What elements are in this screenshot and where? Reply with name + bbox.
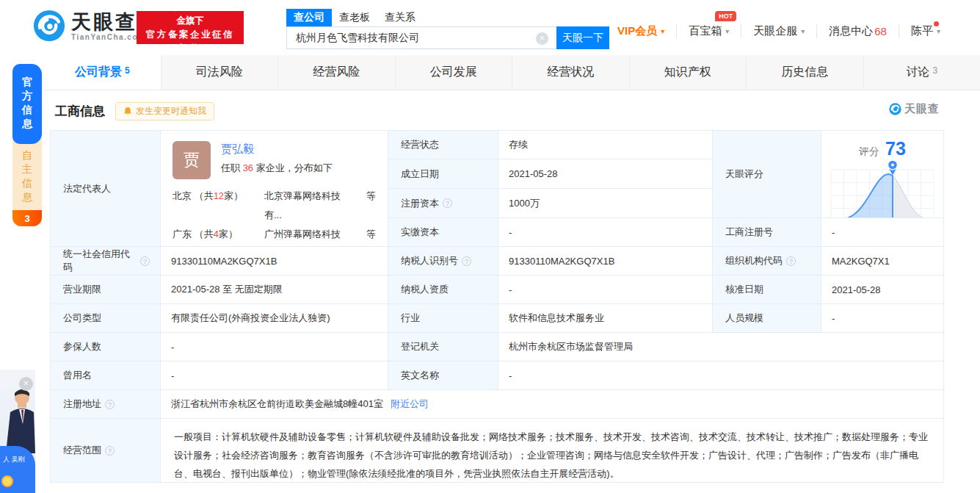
tab-operating-status[interactable]: 经营状况 (512, 55, 630, 90)
field-label-reg-authority: 登记机关 (388, 333, 498, 361)
avatar[interactable]: 贾 (173, 141, 211, 179)
field-label-insured-count: 参保人数 (51, 333, 161, 361)
nav-message-center[interactable]: 消息中心 68 (816, 24, 899, 38)
notify-on-change-button[interactable]: 发生变更时通知我 (115, 102, 214, 120)
field-label-company-type: 公司类型 (51, 304, 161, 333)
field-label-est-date: 成立日期 (388, 159, 498, 189)
page: 天眼查 TianYanCha.com 国家中小企业发展子基金旗下 官方备案企业征… (0, 0, 980, 493)
tianyancha-watermark-icon (889, 103, 901, 115)
logo-title: 天眼查 (71, 11, 145, 33)
field-value-business-scope: 一般项目：计算机软硬件及辅助设备零售；计算机软硬件及辅助设备批发；网络技术服务；… (161, 419, 944, 483)
field-label-staff-size: 人员规模 (713, 304, 821, 333)
tianyancha-logo-icon (33, 10, 65, 42)
tab-history-info[interactable]: 历史信息 (747, 55, 864, 90)
gov-certification-badge: 国家中小企业发展子基金旗下 官方备案企业征信机构 (137, 11, 244, 44)
help-icon[interactable]: ? (140, 256, 150, 266)
section-title: 工商信息 (55, 103, 105, 120)
nearby-companies-link[interactable]: 附近公司 (391, 397, 429, 411)
field-value-english-name: - (498, 361, 944, 390)
legal-rep-name-link[interactable]: 贾弘毅 (221, 143, 333, 156)
field-label-former-name: 曾用名 (51, 361, 161, 390)
tab-operating-risk[interactable]: 经营风险 (278, 55, 396, 90)
spokesperson-photo (0, 386, 35, 453)
field-value-company-type: 有限责任公司(外商投资企业法人独资) (161, 304, 388, 333)
company-tabbar: 公司背景 5 司法风险 经营风险 公司发展 经营状况 知识产权 历史信息 讨论 … (44, 55, 980, 90)
field-value-reg-authority: 杭州市余杭区市场监督管理局 (498, 333, 944, 361)
promo-popup[interactable]: × 人 吴刚 (0, 370, 35, 493)
field-value-status: 存续 (498, 131, 713, 159)
notification-dot (934, 21, 939, 26)
nav-user[interactable]: 陈平 ▾ (899, 24, 952, 38)
side-tab-self-info[interactable]: 自主信息 3 (12, 138, 42, 226)
help-icon[interactable]: ? (786, 256, 796, 266)
chevron-down-icon: ▾ (725, 27, 729, 35)
field-label-reg-capital: 注册资本? (388, 189, 498, 218)
list-item: 广东 （共4家） 广州弹幕网络科技有...等 (173, 225, 388, 247)
side-tab-official-info[interactable]: 官方信息 (12, 64, 42, 144)
field-label-approval-date: 核准日期 (713, 276, 821, 304)
hot-badge: HOT (715, 11, 736, 21)
field-label-credit-code: 统一社会信用代码? (51, 247, 161, 276)
field-label-reg-number: 工商注册号 (713, 218, 821, 247)
field-value-paid-capital: - (498, 218, 713, 247)
search-tabs: 查公司 查老板 查关系 (286, 9, 609, 26)
side-tab-badge: 3 (12, 210, 42, 226)
help-icon[interactable]: ? (105, 446, 115, 456)
score-distribution-chart: 0131550859799100 (828, 159, 937, 218)
chevron-down-icon: ▾ (801, 27, 805, 35)
chevron-down-icon: ▾ (937, 27, 940, 35)
score-cell[interactable]: 评分 73 0131550859799100 (821, 131, 944, 218)
search-tab-relation[interactable]: 查关系 (377, 9, 423, 26)
tab-company-development[interactable]: 公司发展 (396, 55, 513, 90)
header: 天眼查 TianYanCha.com 国家中小企业发展子基金旗下 官方备案企业征… (0, 0, 980, 55)
tianyancha-logo[interactable]: 天眼查 TianYanCha.com (33, 10, 145, 42)
tab-count: 3 (932, 65, 937, 76)
field-label-taxpayer-qual: 纳税人资质 (388, 276, 498, 304)
tab-intellectual-property[interactable]: 知识产权 (630, 55, 747, 90)
field-label-legal-rep: 法定代表人 (51, 131, 161, 247)
score-value: 73 (885, 138, 906, 159)
field-value-industry: 软件和信息技术服务业 (498, 304, 713, 333)
help-icon[interactable]: ? (462, 256, 471, 266)
score-prefix: 评分 (859, 145, 879, 159)
legal-rep-cell: 贾 贾弘毅 任职 36 家企业，分布如下 北京 （共12家） 北京弹幕网络科技有… (161, 131, 388, 247)
company-link[interactable]: 北京弹幕网络科技有... (264, 187, 357, 225)
business-info-section: 工商信息 发生变更时通知我 天眼查 法定代表人 (0, 90, 980, 483)
search-tab-company[interactable]: 查公司 (286, 9, 332, 26)
search-zone: 查公司 查老板 查关系 × 天眼一下 (286, 9, 609, 49)
search-button[interactable]: 天眼一下 (556, 26, 609, 49)
field-value-insured-count: - (161, 333, 388, 361)
field-value-taxpayer-qual: - (498, 276, 713, 304)
tab-count: 5 (125, 65, 130, 76)
tab-judicial-risk[interactable]: 司法风险 (161, 55, 279, 90)
tab-company-background[interactable]: 公司背景 5 (44, 55, 161, 90)
field-value-biz-term: 2021-05-28 至 无固定期限 (161, 276, 388, 304)
field-value-approval-date: 2021-05-28 (821, 276, 944, 304)
nav-enterprise-service[interactable]: 天眼企服 ▾ (741, 24, 816, 38)
region-distribution-list: 北京 （共12家） 北京弹幕网络科技有...等 广东 （共4家） 广州弹幕网络科… (173, 187, 388, 247)
field-label-org-code: 组织机构代码? (713, 247, 821, 276)
field-label-status: 经营状态 (388, 131, 498, 159)
business-info-table: 法定代表人 贾 贾弘毅 任职 36 家企业，分布如下 (50, 130, 943, 483)
clear-search-icon[interactable]: × (536, 32, 548, 45)
field-label-english-name: 英文名称 (388, 361, 498, 390)
close-icon[interactable]: × (19, 377, 33, 391)
tenure-count: 36 (243, 162, 253, 173)
help-icon[interactable]: ? (105, 400, 115, 409)
field-label-reg-address: 注册地址? (51, 390, 161, 419)
message-count: 68 (874, 25, 887, 37)
company-link[interactable]: 广州弹幕网络科技有... (264, 225, 357, 247)
list-item: 北京 （共12家） 北京弹幕网络科技有...等 (173, 187, 388, 225)
side-tabs: 官方信息 自主信息 3 (12, 64, 42, 226)
nav-vip[interactable]: VIP会员 ▾ (606, 24, 676, 38)
tab-discussion[interactable]: 讨论 3 (864, 55, 980, 90)
field-label-business-scope: 经营范围? (51, 419, 161, 483)
coin-icon (1, 475, 13, 487)
help-icon[interactable]: ? (443, 198, 452, 208)
chevron-down-icon: ▾ (661, 27, 664, 35)
search-tab-boss[interactable]: 查老板 (332, 9, 377, 26)
field-value-reg-number: - (821, 218, 944, 247)
search-input[interactable] (286, 26, 556, 49)
nav-toolbox[interactable]: HOT 百宝箱 ▾ (676, 24, 741, 38)
field-value-credit-code: 91330110MA2KGQ7X1B (161, 247, 388, 276)
